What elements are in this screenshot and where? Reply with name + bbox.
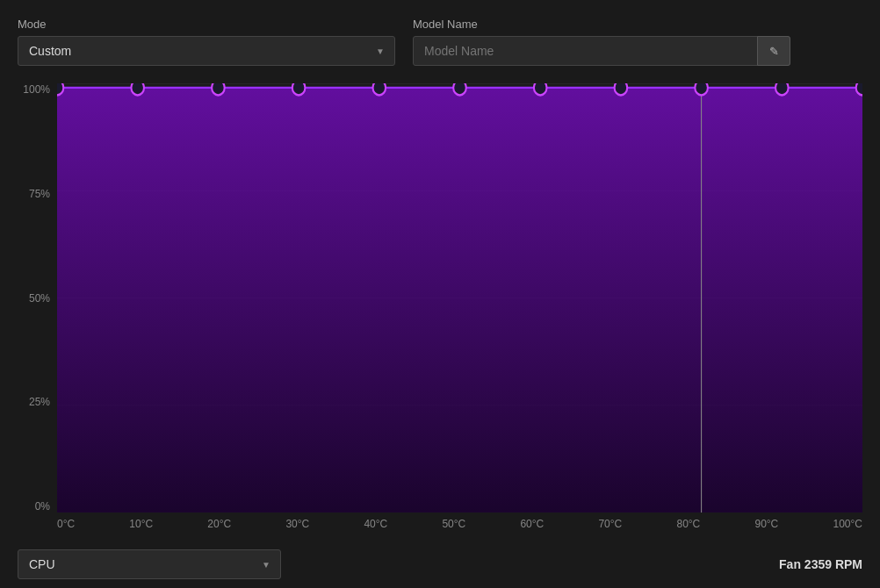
svg-marker-5 [57, 88, 862, 513]
cp-6 [534, 83, 547, 95]
x-label-100: 100°C [833, 518, 862, 530]
cp-4 [373, 83, 386, 95]
model-name-label: Model Name [413, 18, 790, 31]
x-label-90: 90°C [754, 518, 778, 530]
cpu-select-wrapper: CPU GPU Liquid Temp Motherboard ▼ [18, 549, 281, 579]
x-label-30: 30°C [285, 518, 309, 530]
fan-rpm-display: Fan 2359 RPM [779, 557, 862, 571]
mode-select-wrapper: Custom Silent Balanced Turbo ▼ [18, 36, 395, 66]
chart-container: 100% 75% 50% 25% 0% [18, 83, 862, 530]
chart-inner[interactable]: CPU 80°C [57, 83, 862, 513]
mode-label: Mode [18, 18, 395, 31]
y-label-0: 0% [35, 500, 50, 513]
x-label-20: 20°C [207, 518, 231, 530]
mode-select[interactable]: Custom Silent Balanced Turbo [18, 36, 395, 66]
y-label-75: 75% [29, 188, 50, 200]
x-label-80: 80°C [676, 518, 700, 530]
x-label-60: 60°C [520, 518, 544, 530]
y-label-50: 50% [29, 292, 50, 305]
cp-8 [695, 83, 708, 95]
x-label-10: 10°C [129, 518, 153, 530]
cp-3 [292, 83, 306, 95]
cp-7 [615, 83, 628, 95]
x-label-50: 50°C [442, 518, 465, 530]
edit-icon: ✎ [769, 45, 779, 58]
model-name-wrapper: ✎ [413, 36, 790, 66]
cpu-source-select[interactable]: CPU GPU Liquid Temp Motherboard [18, 549, 281, 579]
x-label-70: 70°C [598, 518, 622, 530]
cp-5 [453, 83, 466, 95]
cp-2 [212, 83, 225, 95]
y-axis: 100% 75% 50% 25% 0% [18, 83, 57, 513]
x-label-40: 40°C [364, 518, 387, 530]
y-label-100: 100% [23, 83, 50, 96]
y-label-25: 25% [29, 396, 50, 408]
fan-curve-svg[interactable]: CPU 80°C [57, 83, 862, 513]
edit-icon-button[interactable]: ✎ [757, 36, 790, 66]
x-label-0: 0°C [57, 518, 75, 530]
model-name-input[interactable] [413, 36, 790, 66]
x-axis: 0°C 10°C 20°C 30°C 40°C 50°C 60°C 70°C 8… [57, 513, 862, 530]
cp-9 [775, 83, 789, 95]
bottom-controls: CPU GPU Liquid Temp Motherboard ▼ Fan 23… [18, 542, 862, 579]
cp-1 [131, 83, 144, 95]
